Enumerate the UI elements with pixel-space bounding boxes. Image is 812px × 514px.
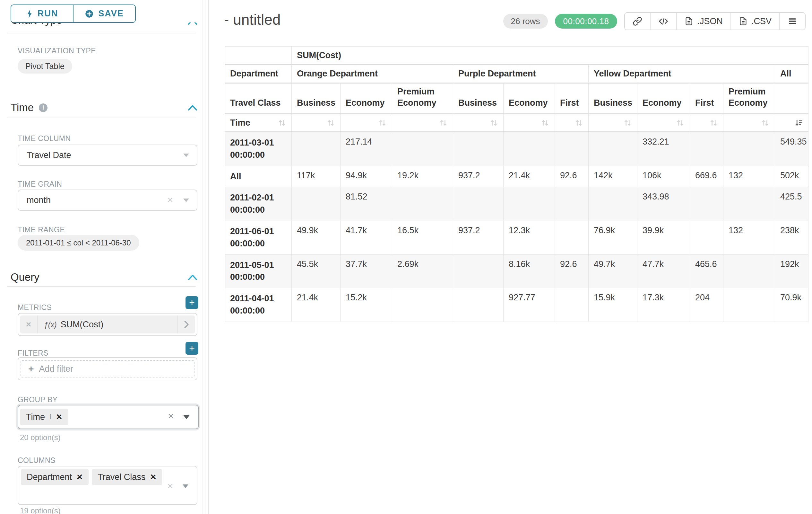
row-count-badge: 26 rows [503, 14, 548, 29]
columns-tag[interactable]: Travel Class ✕ [92, 469, 162, 485]
pivot-sort-header[interactable] [292, 114, 341, 132]
sort-desc-icon[interactable] [794, 118, 803, 127]
pivot-cell [503, 132, 555, 166]
pivot-cell: 549.35 [775, 132, 809, 166]
run-button[interactable]: RUN [11, 5, 73, 22]
remove-tag-icon[interactable]: ✕ [77, 472, 83, 482]
sort-icon[interactable] [541, 118, 549, 127]
clear-icon[interactable]: × [168, 410, 174, 422]
pivot-cell: 332.21 [637, 132, 690, 166]
export-csv-button[interactable]: .CSV [730, 13, 779, 30]
pivot-sort-row: Time [225, 114, 809, 132]
pivot-cell: 937.2 [453, 221, 503, 255]
save-button[interactable]: SAVE [73, 5, 135, 22]
time-range-pill[interactable]: 2011-01-01 ≤ col < 2011-06-30 [18, 235, 139, 250]
sort-icon[interactable] [489, 118, 498, 127]
pivot-cell: 15.2k [341, 288, 392, 322]
sort-icon[interactable] [623, 118, 632, 127]
pivot-cell [690, 132, 723, 166]
pivot-cell [723, 187, 775, 221]
chevron-up-icon[interactable] [188, 104, 197, 111]
columns-select[interactable]: Department ✕ Travel Class ✕ × [18, 466, 197, 505]
export-json-button[interactable]: .JSON [676, 13, 730, 30]
time-column-label: TIME COLUMN [18, 134, 70, 143]
pivot-cell: 204 [690, 288, 723, 322]
info-icon: i [39, 104, 48, 112]
pivot-cell: 81.52 [341, 187, 392, 221]
sort-icon[interactable] [709, 118, 718, 127]
chevron-up-icon[interactable] [188, 274, 197, 280]
metric-chip[interactable]: × ƒ(x) SUM(Cost) [20, 316, 195, 333]
pivot-sort-header[interactable] [589, 114, 637, 132]
viz-type-pill[interactable]: Pivot Table [18, 59, 72, 74]
pivot-sort-header[interactable]: Time [225, 114, 292, 132]
add-filter-button[interactable]: + Add filter [21, 360, 195, 377]
section-divider [7, 33, 196, 33]
chevron-down-icon [183, 198, 189, 202]
pivot-cell [453, 288, 503, 322]
sort-icon[interactable] [278, 118, 286, 127]
pivot-col-group-header: Orange Department [292, 64, 453, 83]
pivot-col-header: First [690, 83, 723, 114]
pivot-cell: 937.2 [453, 166, 503, 187]
time-section-title: Time [10, 102, 34, 114]
query-section-header: Query [10, 271, 197, 283]
pivot-cell [392, 187, 453, 221]
sort-icon[interactable] [378, 118, 387, 127]
group-by-label: GROUP BY [18, 396, 57, 404]
metrics-label: METRICS [18, 303, 52, 312]
remove-metric-icon[interactable]: × [20, 316, 37, 333]
pivot-cell [589, 187, 637, 221]
pivot-sort-header[interactable] [775, 114, 809, 132]
remove-tag-icon[interactable]: ✕ [56, 412, 62, 422]
sort-icon[interactable] [676, 118, 685, 127]
pivot-cell: 425.5 [775, 187, 809, 221]
pivot-sort-header[interactable] [690, 114, 723, 132]
group-by-tag[interactable]: Time i ✕ [20, 409, 68, 425]
share-link-button[interactable] [625, 13, 650, 30]
plus-circle-icon [85, 9, 94, 18]
columns-tag[interactable]: Department ✕ [21, 469, 89, 485]
pivot-cell: 21.4k [503, 166, 555, 187]
sort-icon[interactable] [761, 118, 770, 127]
pivot-row-header: 2011-02-01 00:00:00 [225, 187, 292, 221]
pivot-sort-header[interactable] [503, 114, 555, 132]
bolt-icon [26, 9, 33, 19]
clear-icon[interactable]: × [167, 481, 173, 491]
pivot-cell: 76.9k [589, 221, 637, 255]
file-icon [739, 17, 748, 26]
pivot-col-header: Business [589, 83, 637, 114]
add-filter-label: Add filter [39, 364, 74, 374]
expand-metric-icon[interactable] [177, 316, 195, 333]
pivot-sort-header[interactable] [341, 114, 392, 132]
pivot-cell [555, 132, 589, 166]
sort-icon[interactable] [439, 118, 448, 127]
pivot-row-header: 2011-04-01 00:00:00 [225, 288, 292, 322]
pivot-cell: 49.9k [292, 221, 341, 255]
pivot-sort-header[interactable] [723, 114, 775, 132]
pivot-sort-header[interactable] [637, 114, 690, 132]
sidebar-scrollbar[interactable] [203, 0, 205, 514]
time-grain-select[interactable]: month × [18, 190, 197, 211]
chart-title[interactable]: - untitled [224, 11, 281, 28]
pivot-sort-header[interactable] [555, 114, 589, 132]
group-by-select[interactable]: Time i ✕ × [18, 405, 199, 429]
header-actions: 26 rows 00:00:00.18 .JSON .CSV [503, 12, 806, 30]
clear-icon[interactable]: × [167, 190, 173, 210]
add-metric-button[interactable]: + [185, 296, 198, 309]
add-filter-plus-button[interactable]: + [185, 342, 198, 355]
pivot-sort-header[interactable] [392, 114, 453, 132]
menu-button[interactable] [779, 13, 805, 30]
view-query-button[interactable] [650, 13, 676, 30]
sort-icon[interactable] [326, 118, 335, 127]
pivot-sort-header[interactable] [453, 114, 503, 132]
sort-icon[interactable] [575, 118, 583, 127]
time-column-select[interactable]: Travel Date [18, 144, 197, 166]
time-row-label: Time [230, 118, 250, 128]
metrics-control: × ƒ(x) SUM(Cost) [18, 313, 197, 336]
pivot-cell: 12.3k [503, 221, 555, 255]
chevron-down-icon [183, 484, 188, 488]
remove-tag-icon[interactable]: ✕ [150, 472, 156, 482]
chevron-down-icon [183, 415, 190, 419]
time-range-label: TIME RANGE [18, 225, 65, 234]
